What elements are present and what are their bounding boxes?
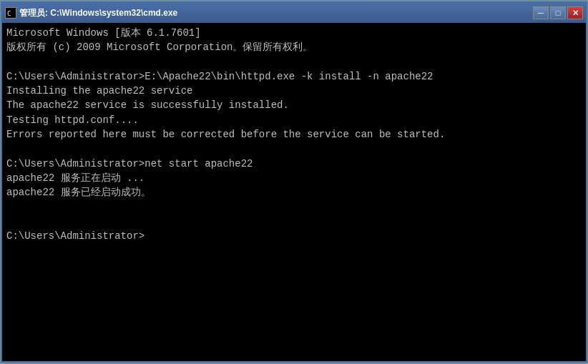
console-line: C:\Users\Administrator> [6,229,582,243]
console-line [6,142,582,156]
console-line: Microsoft Windows [版本 6.1.7601] [6,26,582,40]
svg-text:C: C [7,10,11,17]
console-line: The apache22 service is successfully ins… [6,98,582,112]
console-line: C:\Users\Administrator>net start apache2… [6,157,582,171]
title-bar-left: C 管理员: C:\Windows\system32\cmd.exe [5,7,177,19]
cmd-icon: C [5,7,16,19]
window-controls: ─ □ ✕ [533,6,583,19]
console-line [6,215,582,229]
console-line [6,200,582,215]
console-output[interactable]: Microsoft Windows [版本 6.1.7601]版权所有 (c) … [2,23,586,361]
cmd-window: C 管理员: C:\Windows\system32\cmd.exe ─ □ ✕… [1,1,587,363]
console-line: apache22 服务已经启动成功。 [6,185,582,200]
maximize-button[interactable]: □ [550,6,566,19]
console-line: C:\Users\Administrator>E:\Apache22\bin\h… [6,69,582,84]
window-title: 管理员: C:\Windows\system32\cmd.exe [19,7,177,19]
console-line: Errors reported here must be corrected b… [6,127,582,142]
title-bar: C 管理员: C:\Windows\system32\cmd.exe ─ □ ✕ [2,3,586,23]
console-line: Installing the apache22 service [6,84,582,98]
console-line: 版权所有 (c) 2009 Microsoft Corporation。保留所有… [6,40,582,54]
close-button[interactable]: ✕ [567,6,583,19]
console-line: apache22 服务正在启动 ... [6,171,582,185]
console-line: Testing httpd.conf.... [6,113,582,127]
minimize-button[interactable]: ─ [533,6,549,19]
console-line [6,55,582,69]
